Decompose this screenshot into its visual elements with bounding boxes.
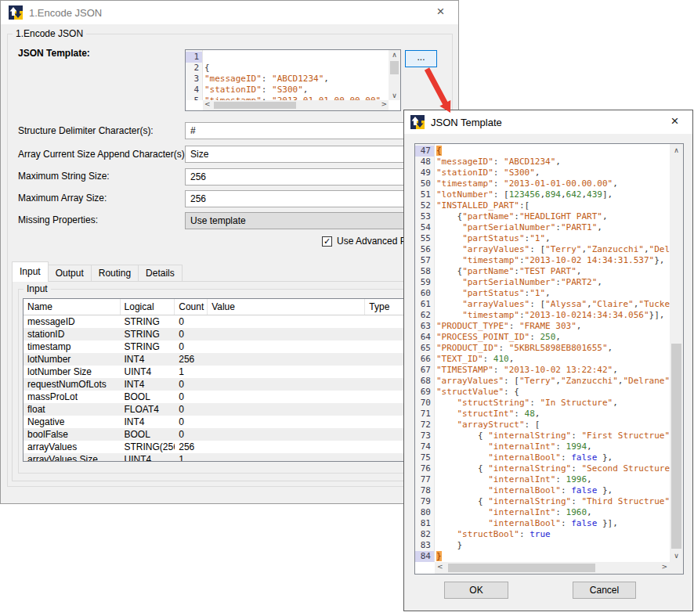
array-size-append-input[interactable]: Size bbox=[185, 146, 439, 163]
main-dialog-title: 1.Encode JSON bbox=[29, 7, 102, 19]
main-editor-hscrollbar[interactable]: < > bbox=[435, 562, 670, 574]
main-close-button[interactable]: × bbox=[423, 1, 458, 23]
max-array-size-input[interactable]: 256 bbox=[185, 190, 439, 207]
table-cell: messageID bbox=[23, 315, 121, 328]
app-icon bbox=[9, 5, 23, 20]
json-template-dialog: JSON Template × 464748495051525354555657… bbox=[403, 110, 693, 611]
missing-properties-select[interactable]: Use template bbox=[185, 212, 439, 229]
table-cell bbox=[208, 453, 365, 462]
template-close-button[interactable]: × bbox=[657, 110, 692, 133]
column-header-logical[interactable]: Logical bbox=[121, 299, 175, 315]
table-cell: stationID bbox=[23, 328, 121, 340]
table-cell: arrayValues Size bbox=[23, 453, 121, 462]
table-cell: massProLot bbox=[23, 391, 121, 403]
ok-button[interactable]: OK bbox=[444, 582, 508, 599]
table-cell: UINT4 bbox=[121, 453, 175, 462]
table-cell bbox=[208, 378, 365, 391]
scroll-right-icon[interactable]: > bbox=[661, 563, 667, 571]
input-table[interactable]: NameLogicalCountValueType messageIDSTRIN… bbox=[23, 298, 436, 462]
table-cell: lotNumber Size bbox=[23, 366, 121, 378]
table-cell: STRING bbox=[121, 328, 175, 340]
mini-editor-gutter: 12345 bbox=[186, 50, 203, 100]
table-cell bbox=[208, 441, 365, 453]
missing-properties-label: Missing Properties: bbox=[18, 214, 98, 225]
structure-delimiter-label: Structure Delimiter Character(s): bbox=[18, 125, 154, 136]
scroll-left-icon[interactable]: < bbox=[437, 563, 443, 571]
table-cell: STRING(256) bbox=[121, 441, 175, 453]
table-cell: 0 bbox=[175, 403, 208, 416]
table-cell: STRING bbox=[121, 315, 175, 328]
scroll-up-icon[interactable]: ∧ bbox=[389, 51, 400, 59]
main-editor-code: {"messageID": "ABCD1234","stationID": "S… bbox=[436, 144, 670, 562]
column-header-value[interactable]: Value bbox=[208, 299, 365, 315]
table-row[interactable]: lotNumber SizeUINT41 bbox=[23, 366, 436, 378]
tab-output[interactable]: Output bbox=[48, 265, 92, 282]
use-advanced-checkbox[interactable]: ✓ bbox=[322, 236, 332, 247]
table-row[interactable]: floatFLOAT40 bbox=[23, 403, 436, 416]
table-cell: FLOAT4 bbox=[121, 403, 175, 416]
tab-details[interactable]: Details bbox=[138, 265, 183, 282]
table-cell: Negative bbox=[23, 416, 121, 428]
hscroll-thumb[interactable] bbox=[214, 102, 296, 109]
tab-routing[interactable]: Routing bbox=[91, 265, 139, 282]
hscroll-thumb[interactable] bbox=[448, 564, 595, 572]
table-cell: 0 bbox=[175, 378, 208, 391]
groupbox-title: 1.Encode JSON bbox=[13, 28, 86, 39]
table-row[interactable]: arrayValuesSTRING(256)256 bbox=[23, 441, 436, 453]
table-row[interactable]: boolFalseBOOL0 bbox=[23, 428, 436, 441]
table-cell: 1 bbox=[175, 453, 208, 462]
table-cell: requestNumOfLots bbox=[23, 378, 121, 391]
table-cell: INT4 bbox=[121, 353, 175, 366]
table-cell: 0 bbox=[175, 328, 208, 340]
table-cell: UINT4 bbox=[121, 366, 175, 378]
table-row[interactable]: arrayValues SizeUINT41 bbox=[23, 453, 436, 462]
table-row[interactable]: timestampSTRING0 bbox=[23, 340, 436, 353]
pointer-arrow bbox=[413, 61, 468, 128]
cancel-button[interactable]: Cancel bbox=[573, 582, 636, 599]
main-editor-vscrollbar[interactable]: ∧ ∨ bbox=[670, 144, 683, 562]
table-cell bbox=[208, 366, 365, 378]
array-size-append-label: Array Current Size Append Character(s): bbox=[18, 149, 187, 160]
table-row[interactable]: massProLotBOOL0 bbox=[23, 391, 436, 403]
table-cell bbox=[208, 391, 365, 403]
json-template-preview-editor[interactable]: 12345 {"messageID": "ABCD1234","stationI… bbox=[185, 49, 401, 111]
table-cell: 0 bbox=[175, 416, 208, 428]
scroll-right-icon[interactable]: > bbox=[381, 100, 387, 108]
table-cell bbox=[208, 428, 365, 441]
table-row[interactable]: messageIDSTRING0 bbox=[23, 315, 436, 328]
table-cell: timestamp bbox=[23, 340, 121, 353]
main-editor-gutter: 4647484950515253545556575859606162636465… bbox=[415, 144, 435, 562]
vscroll-thumb[interactable] bbox=[390, 61, 399, 74]
table-cell: lotNumber bbox=[23, 353, 121, 366]
mini-editor-vscrollbar[interactable]: ∧ ∨ bbox=[389, 50, 400, 100]
table-cell: arrayValues bbox=[23, 441, 121, 453]
page: 1.Encode JSON × 1.Encode JSON JSON Templ… bbox=[0, 0, 694, 616]
table-cell: 0 bbox=[175, 340, 208, 353]
table-row[interactable]: stationIDSTRING0 bbox=[23, 328, 436, 340]
column-header-count[interactable]: Count bbox=[175, 299, 208, 315]
tab-input[interactable]: Input bbox=[12, 261, 49, 282]
table-row[interactable]: NegativeINT40 bbox=[23, 416, 436, 428]
table-cell: float bbox=[23, 403, 121, 416]
scroll-down-icon[interactable]: ∨ bbox=[670, 552, 683, 560]
mini-editor-hscrollbar[interactable]: < > bbox=[203, 100, 389, 110]
table-cell: 0 bbox=[175, 428, 208, 441]
column-header-name[interactable]: Name bbox=[23, 299, 121, 315]
table-header: NameLogicalCountValueType bbox=[23, 299, 436, 315]
table-cell bbox=[208, 416, 365, 428]
table-row[interactable]: requestNumOfLotsINT40 bbox=[23, 378, 436, 391]
json-template-editor[interactable]: 4647484950515253545556575859606162636465… bbox=[414, 143, 684, 575]
max-array-size-label: Maximum Array Size: bbox=[18, 193, 107, 204]
structure-delimiter-input[interactable]: # bbox=[185, 122, 439, 139]
table-cell: 0 bbox=[175, 391, 208, 403]
table-row[interactable]: lotNumberINT4256 bbox=[23, 353, 436, 366]
vscroll-thumb[interactable] bbox=[671, 344, 681, 549]
scroll-down-icon[interactable]: ∨ bbox=[389, 92, 400, 99]
scrollbar-corner bbox=[670, 562, 683, 574]
table-cell bbox=[208, 340, 365, 353]
table-cell bbox=[208, 315, 365, 328]
max-string-size-input[interactable]: 256 bbox=[185, 168, 439, 186]
table-cell: BOOL bbox=[121, 391, 175, 403]
scroll-left-icon[interactable]: < bbox=[204, 100, 211, 108]
scroll-up-icon[interactable]: ∧ bbox=[670, 146, 683, 154]
